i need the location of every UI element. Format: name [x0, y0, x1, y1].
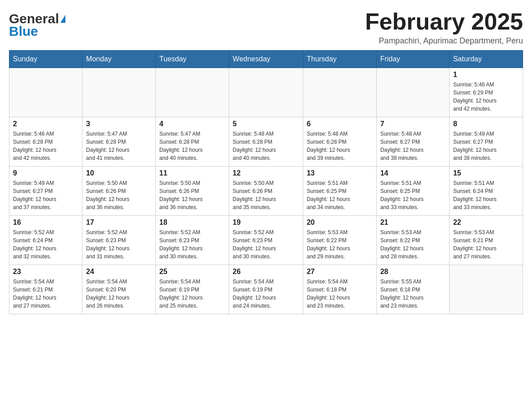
calendar-cell — [229, 68, 303, 117]
calendar-cell: 10Sunrise: 5:50 AM Sunset: 6:26 PM Dayli… — [82, 167, 156, 216]
day-number: 11 — [159, 169, 225, 177]
column-header-monday: Monday — [82, 51, 156, 68]
day-info: Sunrise: 5:52 AM Sunset: 6:23 PM Dayligh… — [86, 228, 152, 261]
day-number: 7 — [380, 120, 446, 128]
calendar-cell: 26Sunrise: 5:54 AM Sunset: 6:19 PM Dayli… — [229, 265, 303, 314]
day-number: 3 — [86, 120, 152, 128]
day-number: 1 — [453, 71, 519, 79]
logo: General Blue — [9, 9, 65, 39]
header: General Blue February 2025 Pampachiri, A… — [9, 9, 523, 46]
calendar-cell: 16Sunrise: 5:52 AM Sunset: 6:24 PM Dayli… — [9, 216, 82, 265]
day-number: 20 — [307, 218, 373, 227]
calendar-cell — [155, 68, 229, 117]
calendar-week-row: 23Sunrise: 5:54 AM Sunset: 6:21 PM Dayli… — [9, 265, 523, 314]
calendar-title: February 2025 — [365, 9, 523, 34]
day-number: 26 — [233, 268, 299, 276]
day-info: Sunrise: 5:51 AM Sunset: 6:24 PM Dayligh… — [453, 179, 519, 211]
calendar-cell: 22Sunrise: 5:53 AM Sunset: 6:21 PM Dayli… — [449, 216, 523, 265]
day-number: 24 — [86, 268, 152, 276]
calendar-cell — [303, 68, 376, 117]
calendar-cell: 27Sunrise: 5:54 AM Sunset: 6:18 PM Dayli… — [303, 265, 376, 314]
column-header-thursday: Thursday — [303, 51, 376, 68]
calendar-subtitle: Pampachiri, Apurimac Department, Peru — [365, 36, 523, 46]
column-header-tuesday: Tuesday — [155, 51, 229, 68]
day-info: Sunrise: 5:46 AM Sunset: 6:29 PM Dayligh… — [453, 81, 519, 113]
column-header-friday: Friday — [377, 51, 450, 68]
title-area: February 2025 Pampachiri, Apurimac Depar… — [365, 9, 523, 46]
calendar-cell: 7Sunrise: 5:48 AM Sunset: 6:27 PM Daylig… — [377, 117, 450, 167]
day-number: 8 — [453, 120, 519, 128]
day-info: Sunrise: 5:46 AM Sunset: 6:28 PM Dayligh… — [13, 130, 78, 162]
day-info: Sunrise: 5:54 AM Sunset: 6:20 PM Dayligh… — [86, 278, 152, 310]
day-info: Sunrise: 5:50 AM Sunset: 6:26 PM Dayligh… — [233, 179, 299, 211]
day-number: 15 — [453, 169, 519, 177]
column-header-wednesday: Wednesday — [229, 51, 303, 68]
day-info: Sunrise: 5:49 AM Sunset: 6:27 PM Dayligh… — [453, 130, 519, 162]
calendar-cell: 8Sunrise: 5:49 AM Sunset: 6:27 PM Daylig… — [449, 117, 523, 167]
calendar-cell: 23Sunrise: 5:54 AM Sunset: 6:21 PM Dayli… — [9, 265, 82, 314]
calendar-cell: 18Sunrise: 5:52 AM Sunset: 6:23 PM Dayli… — [155, 216, 229, 265]
calendar-week-row: 1Sunrise: 5:46 AM Sunset: 6:29 PM Daylig… — [9, 68, 523, 117]
day-number: 21 — [380, 218, 446, 227]
calendar-cell: 20Sunrise: 5:53 AM Sunset: 6:22 PM Dayli… — [303, 216, 376, 265]
day-info: Sunrise: 5:51 AM Sunset: 6:25 PM Dayligh… — [380, 179, 446, 211]
day-info: Sunrise: 5:48 AM Sunset: 6:27 PM Dayligh… — [380, 130, 446, 162]
calendar-cell: 15Sunrise: 5:51 AM Sunset: 6:24 PM Dayli… — [449, 167, 523, 216]
calendar-cell: 9Sunrise: 5:49 AM Sunset: 6:27 PM Daylig… — [9, 167, 82, 216]
day-info: Sunrise: 5:52 AM Sunset: 6:23 PM Dayligh… — [159, 228, 225, 261]
day-number: 19 — [233, 218, 299, 227]
day-number: 25 — [159, 268, 225, 276]
day-info: Sunrise: 5:51 AM Sunset: 6:25 PM Dayligh… — [307, 179, 373, 211]
day-info: Sunrise: 5:48 AM Sunset: 6:28 PM Dayligh… — [233, 130, 299, 162]
day-info: Sunrise: 5:55 AM Sunset: 6:18 PM Dayligh… — [380, 278, 446, 310]
day-number: 4 — [159, 120, 225, 128]
calendar-cell — [449, 265, 523, 314]
day-info: Sunrise: 5:54 AM Sunset: 6:19 PM Dayligh… — [159, 278, 225, 310]
calendar-week-row: 9Sunrise: 5:49 AM Sunset: 6:27 PM Daylig… — [9, 167, 523, 216]
calendar-week-row: 2Sunrise: 5:46 AM Sunset: 6:28 PM Daylig… — [9, 117, 523, 167]
calendar-cell: 28Sunrise: 5:55 AM Sunset: 6:18 PM Dayli… — [377, 265, 450, 314]
day-info: Sunrise: 5:53 AM Sunset: 6:21 PM Dayligh… — [453, 228, 519, 261]
logo-blue-text: Blue — [9, 24, 38, 39]
calendar-cell: 12Sunrise: 5:50 AM Sunset: 6:26 PM Dayli… — [229, 167, 303, 216]
day-info: Sunrise: 5:53 AM Sunset: 6:22 PM Dayligh… — [307, 228, 373, 261]
day-info: Sunrise: 5:49 AM Sunset: 6:27 PM Dayligh… — [13, 179, 78, 211]
day-number: 2 — [13, 120, 78, 128]
calendar-week-row: 16Sunrise: 5:52 AM Sunset: 6:24 PM Dayli… — [9, 216, 523, 265]
day-info: Sunrise: 5:50 AM Sunset: 6:26 PM Dayligh… — [86, 179, 152, 211]
calendar-cell: 4Sunrise: 5:47 AM Sunset: 6:28 PM Daylig… — [155, 117, 229, 167]
day-number: 27 — [307, 268, 373, 276]
calendar-cell: 14Sunrise: 5:51 AM Sunset: 6:25 PM Dayli… — [377, 167, 450, 216]
day-info: Sunrise: 5:52 AM Sunset: 6:23 PM Dayligh… — [233, 228, 299, 261]
day-number: 17 — [86, 218, 152, 227]
calendar-cell: 3Sunrise: 5:47 AM Sunset: 6:28 PM Daylig… — [82, 117, 156, 167]
calendar-cell: 1Sunrise: 5:46 AM Sunset: 6:29 PM Daylig… — [449, 68, 523, 117]
day-info: Sunrise: 5:47 AM Sunset: 6:28 PM Dayligh… — [86, 130, 152, 162]
calendar-cell: 13Sunrise: 5:51 AM Sunset: 6:25 PM Dayli… — [303, 167, 376, 216]
day-number: 28 — [380, 268, 446, 276]
calendar-header-row: SundayMondayTuesdayWednesdayThursdayFrid… — [9, 51, 523, 68]
calendar-cell: 21Sunrise: 5:53 AM Sunset: 6:22 PM Dayli… — [377, 216, 450, 265]
calendar-cell: 24Sunrise: 5:54 AM Sunset: 6:20 PM Dayli… — [82, 265, 156, 314]
day-info: Sunrise: 5:53 AM Sunset: 6:22 PM Dayligh… — [380, 228, 446, 261]
day-number: 18 — [159, 218, 225, 227]
calendar-cell: 25Sunrise: 5:54 AM Sunset: 6:19 PM Dayli… — [155, 265, 229, 314]
calendar-cell: 2Sunrise: 5:46 AM Sunset: 6:28 PM Daylig… — [9, 117, 82, 167]
day-info: Sunrise: 5:54 AM Sunset: 6:21 PM Dayligh… — [13, 278, 78, 310]
calendar-table: SundayMondayTuesdayWednesdayThursdayFrid… — [9, 50, 523, 314]
calendar-cell: 6Sunrise: 5:48 AM Sunset: 6:28 PM Daylig… — [303, 117, 376, 167]
day-number: 13 — [307, 169, 373, 177]
day-info: Sunrise: 5:54 AM Sunset: 6:19 PM Dayligh… — [233, 278, 299, 310]
day-info: Sunrise: 5:47 AM Sunset: 6:28 PM Dayligh… — [159, 130, 225, 162]
column-header-saturday: Saturday — [449, 51, 523, 68]
day-info: Sunrise: 5:50 AM Sunset: 6:26 PM Dayligh… — [159, 179, 225, 211]
calendar-cell: 19Sunrise: 5:52 AM Sunset: 6:23 PM Dayli… — [229, 216, 303, 265]
day-number: 10 — [86, 169, 152, 177]
day-number: 14 — [380, 169, 446, 177]
calendar-cell — [377, 68, 450, 117]
day-number: 22 — [453, 218, 519, 227]
calendar-cell: 5Sunrise: 5:48 AM Sunset: 6:28 PM Daylig… — [229, 117, 303, 167]
day-info: Sunrise: 5:54 AM Sunset: 6:18 PM Dayligh… — [307, 278, 373, 310]
day-info: Sunrise: 5:52 AM Sunset: 6:24 PM Dayligh… — [13, 228, 78, 261]
day-number: 5 — [233, 120, 299, 128]
